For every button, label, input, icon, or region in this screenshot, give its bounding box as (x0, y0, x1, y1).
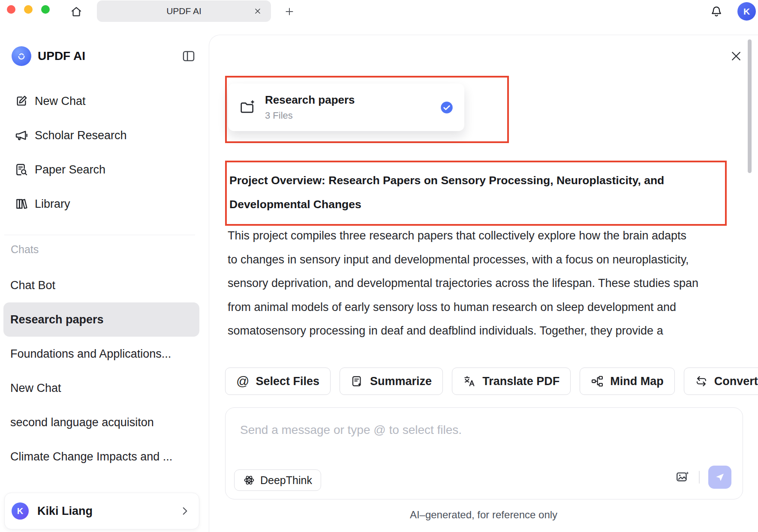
tab-title: UPDF AI (166, 6, 202, 16)
sidebar: UPDF AI New Chat Scholar Rese (0, 23, 209, 532)
logo-swirl-icon (15, 50, 27, 62)
chat-item-research-papers[interactable]: Research papers (3, 302, 199, 337)
home-icon (70, 5, 83, 18)
user-avatar: K (12, 502, 29, 520)
deepthink-label: DeepThink (260, 474, 312, 487)
close-icon (730, 50, 743, 63)
library-icon (15, 197, 28, 211)
folder-add-icon (239, 99, 256, 116)
sidebar-item-library[interactable]: Library (0, 187, 209, 221)
summarize-button[interactable]: Summarize (340, 368, 443, 395)
overview-paragraph: This project compiles three research pap… (228, 224, 698, 343)
annotation-box-file-card: Research papers 3 Files (225, 76, 509, 143)
sidebar-nav: New Chat Scholar Research Paper Search (0, 84, 209, 221)
updf-ai-window: UPDF AI K (0, 0, 758, 532)
mind-map-label: Mind Map (610, 375, 663, 388)
tab-close-button[interactable] (252, 6, 263, 17)
sidebar-item-label: Scholar Research (35, 129, 127, 142)
message-composer: DeepThink (225, 407, 743, 499)
collapse-sidebar-button[interactable] (181, 49, 196, 63)
sidebar-item-label: Paper Search (35, 163, 105, 176)
chevron-right-icon (179, 505, 190, 517)
mind-map-button[interactable]: Mind Map (580, 368, 674, 395)
composer-divider (699, 471, 700, 484)
sidebar-item-scholar-research[interactable]: Scholar Research (0, 118, 209, 152)
minimize-window-button[interactable] (24, 5, 33, 14)
new-tab-button[interactable] (281, 3, 298, 20)
updf-ai-logo (12, 46, 31, 66)
mind-map-icon (591, 375, 604, 388)
home-button[interactable] (68, 3, 85, 20)
close-icon (253, 7, 262, 15)
sidebar-item-label: New Chat (35, 95, 86, 108)
quick-actions-row: @ Select Files Summarize Translate PDF (225, 368, 758, 395)
sidebar-toggle-icon (181, 49, 196, 63)
select-files-button[interactable]: @ Select Files (225, 368, 331, 395)
chat-item-foundations[interactable]: Foundations and Applications... (3, 337, 199, 371)
chat-item-second-language[interactable]: second language acquisiton (3, 405, 199, 439)
paragraph-line: somatosensory processing in deaf and dea… (228, 319, 698, 343)
paragraph-line: sensory deprivation, and developmental t… (228, 272, 698, 296)
paragraph-line: This project compiles three research pap… (228, 224, 698, 248)
chats-section-header: Chats (11, 243, 39, 256)
overview-heading-line-2: Developmental Changes (229, 192, 721, 216)
convert-label: Convert (714, 375, 758, 388)
plus-icon (284, 6, 295, 17)
deepthink-toggle[interactable]: DeepThink (234, 469, 321, 491)
paragraph-line: to changes in sensory input and developm… (228, 248, 698, 272)
composer-controls (675, 466, 731, 489)
paper-search-icon (15, 163, 28, 176)
sidebar-divider (4, 235, 195, 235)
chat-list: Chat Bot Research papers Foundations and… (0, 268, 209, 474)
attach-image-button[interactable] (675, 469, 690, 485)
paragraph-line: from animal models of early sensory loss… (228, 296, 698, 320)
translate-pdf-label: Translate PDF (482, 375, 559, 388)
bell-icon (710, 5, 723, 18)
overview-heading-line-1: Project Overview: Research Papers on Sen… (229, 168, 721, 192)
send-button[interactable] (708, 466, 731, 489)
file-card-meta: Research papers 3 Files (265, 93, 355, 121)
sidebar-item-new-chat[interactable]: New Chat (0, 84, 209, 118)
chat-item-new-chat[interactable]: New Chat (3, 371, 199, 405)
tab-updf-ai[interactable]: UPDF AI (97, 0, 271, 22)
summarize-icon (351, 375, 364, 388)
chat-item-chat-bot[interactable]: Chat Bot (3, 268, 199, 302)
user-name: Kiki Liang (37, 505, 93, 518)
chat-panel: Research papers 3 Files Project Overview… (209, 35, 758, 532)
check-circle-icon[interactable] (440, 101, 453, 114)
at-icon: @ (236, 375, 249, 388)
ai-disclaimer: AI–generated, for reference only (209, 509, 758, 521)
close-window-button[interactable] (7, 5, 15, 14)
file-card-title: Research papers (265, 93, 355, 107)
chat-item-climate-change[interactable]: Climate Change Impacts and ... (3, 439, 199, 474)
sidebar-item-label: Library (35, 197, 70, 211)
zoom-window-button[interactable] (41, 5, 50, 14)
app-title: UPDF AI (38, 49, 85, 63)
scholar-research-icon (15, 129, 28, 142)
message-input[interactable] (240, 421, 703, 439)
new-chat-icon (15, 94, 28, 108)
scrollbar[interactable] (748, 39, 752, 173)
panel-close-button[interactable] (728, 48, 744, 64)
user-account-card[interactable]: K Kiki Liang (4, 493, 199, 529)
convert-button[interactable]: Convert (684, 368, 758, 395)
file-collection-card[interactable]: Research papers 3 Files (228, 84, 464, 131)
select-files-label: Select Files (256, 375, 319, 388)
titlebar: UPDF AI K (0, 0, 758, 23)
deepthink-icon (243, 474, 255, 486)
account-avatar[interactable]: K (737, 2, 756, 21)
annotation-box-heading: Project Overview: Research Papers on Sen… (225, 161, 727, 226)
convert-icon (695, 375, 708, 388)
notifications-button[interactable] (708, 3, 725, 20)
translate-pdf-button[interactable]: Translate PDF (452, 368, 571, 395)
sidebar-header: UPDF AI (12, 45, 196, 67)
send-icon (714, 472, 725, 483)
file-card-subtitle: 3 Files (265, 110, 355, 121)
summarize-label: Summarize (370, 375, 432, 388)
translate-icon (463, 375, 476, 388)
image-icon (675, 470, 690, 484)
sidebar-item-paper-search[interactable]: Paper Search (0, 152, 209, 187)
